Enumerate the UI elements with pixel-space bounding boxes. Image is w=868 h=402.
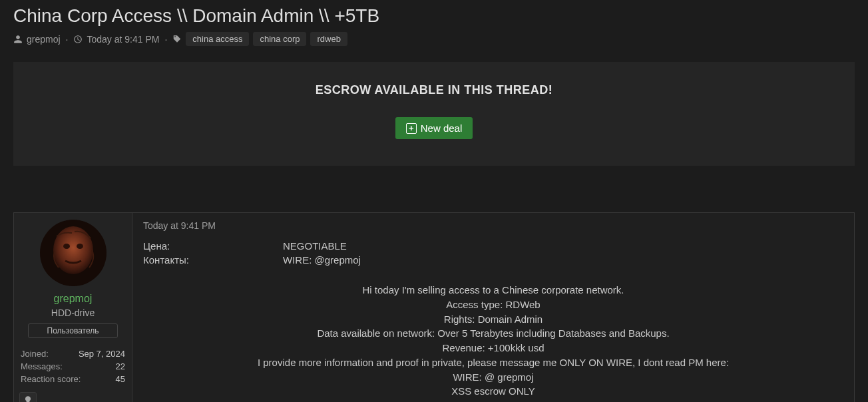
escrow-banner: ESCROW AVAILABLE IN THIS THREAD! + New d… [13,62,855,166]
thread-time-link[interactable]: Today at 9:41 PM [87,34,159,45]
post-time-link[interactable]: Today at 9:41 PM [143,220,216,231]
deal-price-row: Цена: NEGOTIABLE [143,240,843,252]
new-deal-button[interactable]: + New deal [395,117,473,139]
lightbulb-icon [23,395,33,403]
post-body: Hi today I'm selling access to a Chinese… [143,283,843,399]
body-line: Access type: RDWeb [143,298,843,312]
deal-price-label: Цена: [143,240,283,252]
body-line: Revenue: +100kkk usd [143,341,843,355]
tags-list: china access china corp rdweb [186,32,347,46]
plus-icon: + [406,123,417,134]
stat-messages-label: Messages: [21,361,63,371]
thread-title: China Corp Access \\ Domain Admin \\ +5T… [13,5,855,27]
deal-contact-value: WIRE: @grepmoj [283,254,361,266]
body-line: I provide more information and proof in … [143,355,843,370]
escrow-banner-text: ESCROW AVAILABLE IN THIS THREAD! [27,83,841,97]
username-link[interactable]: grepmoj [54,293,93,305]
stat-messages-value: 22 [116,361,125,371]
body-line: WIRE: @ grepmoj [143,370,843,385]
post-user-sidebar: grepmoj HDD-drive Пользователь Joined: S… [14,213,132,402]
svg-point-1 [53,226,93,274]
svg-point-3 [77,244,83,249]
body-line: XSS escrow ONLY [143,384,843,399]
user-title: HDD-drive [51,307,95,318]
user-stats: Joined: Sep 7, 2024 Messages: 22 Reactio… [19,347,126,385]
stat-joined-value: Sep 7, 2024 [79,349,125,359]
deal-contact-row: Контакты: WIRE: @grepmoj [143,254,843,266]
clock-icon [73,35,83,44]
thread-author-link[interactable]: grepmoj [27,34,61,45]
stat-reaction-label: Reaction score: [21,374,81,384]
avatar[interactable] [40,220,107,286]
tag-rdweb[interactable]: rdweb [310,32,347,46]
post-content: Today at 9:41 PM Цена: NEGOTIABLE Контак… [132,213,854,402]
thread-header: China Corp Access \\ Domain Admin \\ +5T… [0,0,868,54]
body-line: Hi today I'm selling access to a Chinese… [143,283,843,298]
svg-point-2 [63,244,70,249]
tag-china-corp[interactable]: china corp [253,32,306,46]
body-line: Data available on network: Over 5 Teraby… [143,326,843,341]
tags-icon [172,35,182,44]
lightbulb-button[interactable] [19,392,37,402]
user-role-badge: Пользователь [28,323,118,338]
thread-meta: grepmoj · Today at 9:41 PM · china acces… [13,32,855,46]
user-icon [13,35,23,44]
deal-price-value: NEGOTIABLE [283,240,347,252]
new-deal-button-label: New deal [421,122,463,134]
post: grepmoj HDD-drive Пользователь Joined: S… [13,212,855,402]
stat-joined-label: Joined: [21,349,49,359]
stat-reaction-value: 45 [116,374,125,384]
tag-china-access[interactable]: china access [186,32,249,46]
deal-contact-label: Контакты: [143,254,283,266]
body-line: Rights: Domain Admin [143,312,843,327]
